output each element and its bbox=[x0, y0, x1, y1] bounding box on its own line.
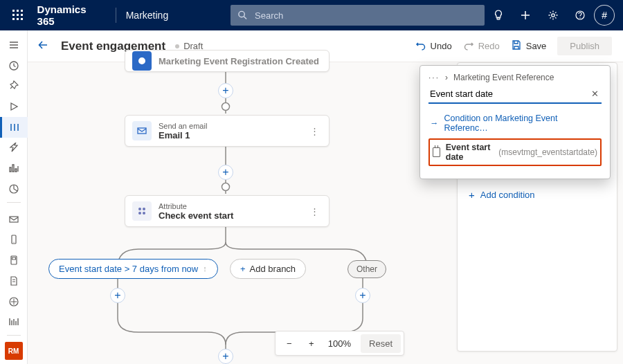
top-nav: Dynamics 365 Marketing # bbox=[0, 0, 623, 30]
trigger-title: Marketing Event Registration Created bbox=[159, 56, 319, 66]
svg-rect-3 bbox=[12, 14, 15, 16]
rail-assets-icon[interactable] bbox=[0, 312, 28, 333]
undo-button[interactable]: Undo bbox=[415, 39, 452, 53]
trigger-node[interactable]: Marketing Event Registration Created bbox=[125, 50, 329, 72]
add-step-after-merge[interactable]: + bbox=[218, 349, 233, 364]
svg-point-25 bbox=[222, 183, 230, 191]
rail-pin-icon[interactable] bbox=[0, 75, 28, 96]
svg-rect-20 bbox=[12, 257, 15, 260]
app-launcher-icon[interactable] bbox=[4, 0, 32, 30]
svg-point-35 bbox=[143, 212, 145, 215]
save-button[interactable]: Save bbox=[511, 39, 547, 53]
svg-point-34 bbox=[138, 212, 141, 215]
trigger-icon bbox=[132, 51, 152, 71]
mail-icon bbox=[132, 121, 152, 140]
persona-badge[interactable]: RM bbox=[5, 342, 23, 360]
add-condition-button[interactable]: + Add condition bbox=[469, 189, 606, 201]
lightbulb-icon[interactable] bbox=[485, 0, 512, 30]
other-branch-chip[interactable]: Other bbox=[347, 260, 386, 278]
left-rail: RM bbox=[0, 30, 28, 364]
zoom-toolbar: − + 100% Reset bbox=[275, 331, 404, 356]
svg-rect-4 bbox=[17, 14, 19, 16]
brand-name: Dynamics 365 bbox=[37, 3, 106, 27]
back-button[interactable] bbox=[37, 39, 61, 53]
zoom-percent: 100% bbox=[323, 338, 356, 349]
add-step-branch-left[interactable]: + bbox=[110, 288, 125, 303]
result-link-row[interactable]: → Condition on Marketing Event Referenc… bbox=[428, 111, 602, 136]
svg-point-13 bbox=[580, 17, 581, 18]
redo-button[interactable]: Redo bbox=[463, 39, 500, 53]
rail-journey-icon[interactable] bbox=[0, 117, 28, 138]
node-more-icon[interactable]: ⋮ bbox=[307, 126, 322, 136]
publish-button[interactable]: Publish bbox=[557, 37, 612, 55]
help-icon[interactable] bbox=[567, 0, 595, 30]
zoom-reset-button[interactable]: Reset bbox=[361, 334, 401, 353]
svg-point-23 bbox=[222, 103, 230, 111]
rail-mail-icon[interactable] bbox=[0, 209, 28, 230]
svg-rect-1 bbox=[17, 10, 19, 12]
attribute-node[interactable]: Attribute Check event start ⋮ bbox=[125, 195, 329, 227]
rail-menu-icon[interactable] bbox=[0, 35, 28, 55]
add-branch-button[interactable]: +Add branch bbox=[230, 259, 306, 279]
breadcrumb-more-icon[interactable]: ··· bbox=[428, 73, 440, 82]
rail-sms-icon[interactable] bbox=[0, 230, 28, 251]
email-node[interactable]: Send an email Email 1 ⋮ bbox=[125, 115, 329, 147]
add-step-after-email[interactable]: + bbox=[218, 165, 233, 180]
add-step-branch-right[interactable]: + bbox=[355, 288, 370, 303]
condition-chip[interactable]: Event start date > 7 days from now ⋮ bbox=[48, 259, 218, 279]
global-search-input[interactable] bbox=[253, 10, 478, 21]
svg-rect-31 bbox=[138, 128, 146, 134]
email-value: Email 1 bbox=[159, 130, 207, 140]
clear-search-icon[interactable]: ✕ bbox=[588, 89, 602, 99]
attribute-search-popover: ··· › Marketing Event Reference ✕ → Cond… bbox=[419, 65, 611, 179]
svg-point-32 bbox=[138, 208, 141, 210]
rail-clock-icon[interactable] bbox=[0, 55, 28, 76]
search-icon bbox=[237, 10, 248, 21]
settings-gear-icon[interactable] bbox=[539, 0, 567, 30]
svg-point-18 bbox=[13, 242, 14, 243]
attribute-caption: Attribute bbox=[159, 202, 233, 210]
node-more-icon[interactable]: ⋮ bbox=[307, 206, 322, 217]
user-avatar[interactable]: # bbox=[594, 5, 615, 26]
result-selected-row[interactable]: Event start date (msevtmgt_eventstartdat… bbox=[428, 138, 602, 166]
zoom-in-button[interactable]: + bbox=[300, 338, 323, 349]
chevron-down-icon: ⋮ bbox=[202, 266, 208, 272]
svg-point-9 bbox=[239, 11, 244, 17]
module-name: Marketing bbox=[126, 10, 168, 21]
svg-point-33 bbox=[143, 208, 145, 210]
rail-play-icon[interactable] bbox=[0, 96, 28, 117]
status-dot-icon bbox=[175, 44, 179, 48]
svg-point-11 bbox=[552, 14, 554, 17]
calendar-icon bbox=[433, 147, 440, 157]
breadcrumb: ··· › Marketing Event Reference bbox=[420, 66, 610, 85]
svg-rect-5 bbox=[21, 14, 23, 16]
attribute-icon bbox=[132, 201, 152, 221]
svg-rect-7 bbox=[17, 18, 19, 20]
svg-rect-2 bbox=[21, 10, 23, 12]
svg-rect-8 bbox=[21, 18, 23, 20]
add-step-after-trigger[interactable]: + bbox=[218, 83, 233, 98]
svg-line-10 bbox=[244, 17, 246, 19]
global-search[interactable] bbox=[231, 5, 485, 26]
zoom-out-button[interactable]: − bbox=[278, 338, 300, 349]
svg-rect-16 bbox=[10, 217, 18, 222]
rail-push-icon[interactable] bbox=[0, 250, 28, 271]
link-arrow-icon: → bbox=[430, 118, 439, 128]
svg-rect-6 bbox=[12, 18, 15, 20]
rail-triggers-icon[interactable] bbox=[0, 138, 28, 158]
attribute-value: Check event start bbox=[159, 210, 233, 221]
rail-segments-icon[interactable] bbox=[0, 179, 28, 199]
rail-consent-icon[interactable] bbox=[0, 291, 28, 312]
svg-rect-0 bbox=[12, 10, 15, 12]
email-caption: Send an email bbox=[159, 122, 207, 130]
rail-analytics-icon[interactable] bbox=[0, 158, 28, 179]
attribute-search-input[interactable] bbox=[428, 88, 588, 100]
add-icon[interactable] bbox=[512, 0, 539, 30]
divider bbox=[116, 8, 116, 23]
rail-forms-icon[interactable] bbox=[0, 271, 28, 291]
